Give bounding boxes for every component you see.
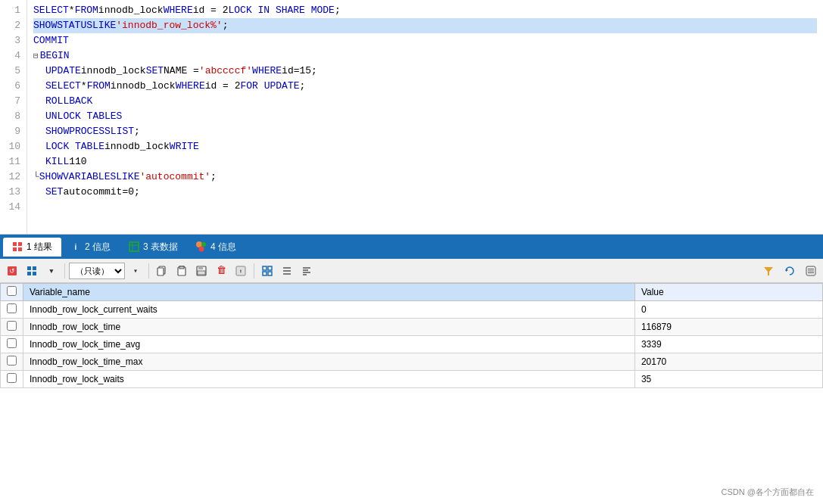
value-cell-3: 20170 — [634, 353, 822, 371]
line-number-10: 10 — [3, 139, 20, 154]
grid-icon — [12, 241, 23, 252]
code-line-4: ⊟ BEGIN — [33, 48, 817, 64]
code-segment: innodb_lock — [104, 139, 170, 154]
line-number-2: 2 — [3, 18, 20, 33]
import-btn[interactable]: ⬆ — [232, 262, 250, 280]
dropdown-arrow2[interactable]: ▾ — [126, 262, 145, 280]
tab-tabledata-label: 3 表数据 — [143, 241, 178, 254]
table-row: Innodb_row_lock_time_avg3339 — [1, 336, 823, 353]
code-segment: PROCESSLIST — [69, 124, 134, 139]
svg-rect-1 — [18, 242, 22, 246]
svg-marker-39 — [764, 267, 773, 275]
svg-rect-14 — [27, 266, 31, 270]
tab-result-label: 1 结果 — [26, 241, 52, 254]
svg-rect-31 — [268, 272, 272, 275]
table-row: Innodb_row_lock_time116879 — [1, 319, 823, 336]
data-table-wrapper[interactable]: Variable_nameValueInnodb_row_lock_curren… — [0, 283, 823, 504]
row-checkbox[interactable] — [7, 356, 17, 366]
code-segment: id=15; — [282, 64, 317, 79]
grid-view-btn[interactable] — [23, 262, 41, 280]
select-all-checkbox[interactable] — [7, 286, 17, 296]
delete-btn[interactable]: 🗑 — [212, 262, 230, 280]
variable-name-cell-4: Innodb_row_lock_waits — [23, 371, 635, 388]
row-checkbox-cell-2[interactable] — [1, 336, 23, 353]
more-btn[interactable] — [802, 262, 820, 280]
line-number-5: 5 — [3, 64, 20, 79]
tab-info2[interactable]: 4 信息 — [187, 238, 245, 257]
svg-rect-19 — [157, 268, 164, 275]
code-segment: ROLLBACK — [45, 94, 92, 109]
indent-12 — [33, 154, 45, 170]
row-checkbox-cell-0[interactable] — [1, 301, 23, 319]
code-segment: BEGIN — [40, 48, 70, 64]
reload-btn[interactable] — [781, 262, 799, 280]
toolbar-separator-2 — [148, 263, 149, 278]
variable-name-cell-2: Innodb_row_lock_time_avg — [23, 336, 635, 353]
paste-btn[interactable] — [173, 262, 191, 280]
chart-icon — [196, 241, 207, 252]
line-number-3: 3 — [3, 33, 20, 48]
toolbar: ↺ ▾ （只读） 可编辑 ▾ — [0, 259, 823, 283]
tab-bar: 1 结果i2 信息3 表数据4 信息 — [0, 235, 823, 259]
code-segment: * — [81, 79, 87, 94]
code-segment: autocommit=0; — [63, 185, 139, 200]
code-segment: SET — [45, 185, 63, 200]
svg-rect-29 — [268, 266, 272, 270]
dropdown-arrow[interactable]: ▾ — [42, 262, 61, 280]
code-editor: 1234567891011121314 SELECT * FROM innodb… — [0, 0, 823, 235]
code-segment: id = 2 — [193, 3, 229, 18]
row-checkbox[interactable] — [7, 338, 17, 348]
row-checkbox[interactable] — [7, 321, 17, 331]
edit-mode-select[interactable]: （只读） 可编辑 — [69, 263, 125, 279]
filter-btn[interactable] — [759, 262, 778, 280]
tab-info2-label: 4 信息 — [210, 241, 236, 254]
code-segment: 110 — [69, 154, 86, 170]
collapse-icon-4[interactable]: ⊟ — [33, 48, 39, 64]
code-segment: WHERE — [176, 79, 205, 94]
toolbar-separator-3 — [254, 263, 254, 278]
variable-name-cell-1: Innodb_row_lock_time — [23, 319, 635, 336]
row-checkbox-cell-1[interactable] — [1, 319, 23, 336]
save-btn[interactable] — [192, 262, 210, 280]
code-segment: * — [69, 3, 75, 18]
code-segment: LOCK TABLE — [45, 139, 104, 154]
end-bracket-13: └ — [33, 170, 39, 185]
svg-rect-25 — [198, 271, 205, 275]
line-number-8: 8 — [3, 109, 20, 124]
column-header-col-checkbox — [1, 284, 23, 301]
refresh-btn[interactable]: ↺ — [3, 262, 21, 280]
row-checkbox-cell-4[interactable] — [1, 371, 23, 388]
code-segment: FOR UPDATE — [241, 79, 300, 94]
svg-rect-24 — [198, 266, 203, 269]
code-segment: ; — [300, 79, 306, 94]
code-segment: FROM — [75, 3, 98, 18]
table-row: Innodb_row_lock_current_waits0 — [1, 301, 823, 319]
code-segment: FROM — [87, 79, 111, 94]
row-checkbox[interactable] — [7, 373, 17, 383]
code-content[interactable]: SELECT * FROM innodb_lock WHERE id = 2 L… — [27, 0, 823, 234]
tab-info1-label: 2 信息 — [85, 241, 111, 254]
code-segment: innodb_lock — [111, 79, 176, 94]
tab-tabledata[interactable]: 3 表数据 — [120, 238, 187, 257]
svg-rect-28 — [263, 266, 267, 270]
list-btn[interactable] — [278, 262, 296, 280]
code-segment: SHOW — [39, 170, 63, 185]
svg-rect-0 — [13, 242, 17, 246]
svg-rect-3 — [18, 247, 22, 251]
tab-info1[interactable]: i2 信息 — [61, 238, 120, 257]
tab-result[interactable]: 1 结果 — [3, 238, 61, 257]
row-checkbox[interactable] — [7, 303, 17, 313]
table-row: Innodb_row_lock_waits35 — [1, 371, 823, 388]
row-checkbox-cell-3[interactable] — [1, 353, 23, 371]
copy-btn[interactable] — [153, 262, 171, 280]
variable-name-cell-0: Innodb_row_lock_current_waits — [23, 301, 635, 319]
line-number-7: 7 — [3, 94, 20, 109]
text-btn[interactable] — [298, 262, 316, 280]
grid-btn[interactable] — [258, 262, 276, 280]
line-number-6: 6 — [3, 79, 20, 94]
code-line-13: └ SHOW VARIABLES LIKE 'autocommit'; — [33, 170, 817, 185]
code-line-12: KILL 110 — [33, 154, 817, 170]
code-line-3: COMMIT — [33, 33, 817, 48]
code-segment: 'innodb_row_lock%' — [116, 18, 222, 33]
data-table: Variable_nameValueInnodb_row_lock_curren… — [0, 283, 823, 388]
